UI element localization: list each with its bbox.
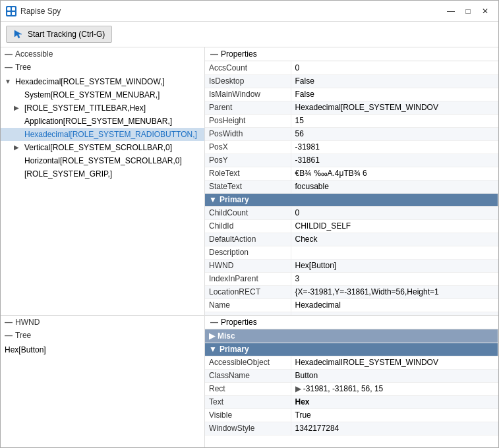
property-value: 15	[291, 114, 498, 127]
property-key: AccsCount	[205, 61, 291, 74]
property-key: ChildId	[205, 219, 291, 233]
main-window: Rapise Spy — □ ✕ Start Tracking (Ctrl-G)…	[0, 0, 499, 448]
row-expander-icon[interactable]: ▶	[295, 384, 303, 393]
svg-rect-0	[7, 7, 11, 11]
tree-item[interactable]: ▶[ROLE_SYSTEM_TITLEBAR,Hex]	[1, 101, 204, 115]
property-value: 3	[291, 272, 498, 285]
table-row[interactable]: TextHex	[205, 395, 498, 408]
table-row[interactable]: VisibleTrue	[205, 408, 498, 422]
table-row[interactable]: ▼Primary	[205, 193, 498, 206]
hwnd-tree-section-label: — Tree	[1, 329, 204, 342]
table-row[interactable]: Description	[205, 246, 498, 259]
tree-item-text: Vertical[ROLE_SYSTEM_SCROLLBAR,0]	[24, 142, 202, 154]
property-value: Hexadecimal	[291, 298, 498, 312]
svg-marker-4	[15, 30, 22, 38]
props-label-top: Properties	[221, 49, 257, 59]
table-row[interactable]: ClassNameButton	[205, 369, 498, 382]
close-button[interactable]: ✕	[477, 5, 493, 18]
property-value: -31861	[291, 154, 498, 167]
table-row[interactable]: PosY-31861	[205, 154, 498, 167]
property-value: €B¾ ‱A.4μΤB¾ 6	[291, 167, 498, 180]
table-row[interactable]: AccessibleObjectHexadecimalIROLE_SYSTEM_…	[205, 356, 498, 369]
collapsed-arrow-icon[interactable]: ▶	[209, 331, 215, 341]
property-value: Hexadecimal[ROLE_SYSTEM_WINDOV	[291, 101, 498, 114]
property-key: Role	[205, 312, 291, 315]
table-row[interactable]: HWNDHex[Button]	[205, 259, 498, 272]
property-key: PosWidth	[205, 127, 291, 140]
props-dash-bottom: —	[210, 318, 218, 327]
tree-item[interactable]: System[ROLE_SYSTEM_MENUBAR,]	[1, 88, 204, 101]
window-title: Rapise Spy	[20, 7, 61, 16]
table-row[interactable]: DefaultActionCheck	[205, 233, 498, 246]
tree-expander[interactable]: ▶	[14, 142, 23, 152]
table-row[interactable]: RoleROLE_SYSTEM_RADIOBUTTON	[205, 312, 498, 315]
tree-item-text: Horizontal[ROLE_SYSTEM_SCROLLBAR,0]	[24, 155, 202, 167]
table-row[interactable]: PosX-31981	[205, 140, 498, 154]
props-label-bottom: Properties	[221, 318, 257, 327]
property-key: RoleText	[205, 167, 291, 180]
table-row[interactable]: IsMainWindowFalse	[205, 88, 498, 101]
property-key: AccessibleObject	[205, 356, 291, 369]
property-key: LocationRECT	[205, 285, 291, 298]
table-row[interactable]: StateTextfocusable	[205, 180, 498, 193]
table-row[interactable]: PosHeight15	[205, 114, 498, 127]
property-key: Text	[205, 395, 291, 408]
table-row[interactable]: ChildIdCHILDID_SELF	[205, 219, 498, 233]
properties-table: ▶Misc▼PrimaryAccessibleObjectHexadecimal…	[205, 329, 498, 435]
expanded-arrow-icon[interactable]: ▼	[209, 195, 217, 204]
bottom-properties-table[interactable]: ▶Misc▼PrimaryAccessibleObjectHexadecimal…	[205, 329, 498, 447]
property-key: ChildCount	[205, 206, 291, 219]
property-key: Rect	[205, 382, 291, 395]
section-header-cell[interactable]: ▶Misc	[205, 329, 498, 343]
property-key: StateText	[205, 180, 291, 193]
property-key: IsMainWindow	[205, 88, 291, 101]
property-key: Parent	[205, 101, 291, 114]
table-row[interactable]: AccsCount0	[205, 61, 498, 74]
property-key: Visible	[205, 408, 291, 422]
tree-item[interactable]: Application[ROLE_SYSTEM_MENUBAR,]	[1, 115, 204, 128]
table-row[interactable]: ▼Primary	[205, 343, 498, 356]
title-bar-left: Rapise Spy	[6, 6, 61, 16]
start-tracking-button[interactable]: Start Tracking (Ctrl-G)	[6, 26, 112, 43]
maximize-button[interactable]: □	[460, 5, 476, 18]
section-header-cell[interactable]: ▼Primary	[205, 343, 498, 356]
accessible-dash: —	[5, 49, 13, 59]
property-value: ▶ -31981, -31861, 56, 15	[291, 382, 498, 395]
accessible-tree[interactable]: ▼Hexadecimal[ROLE_SYSTEM_WINDOW,]System[…	[1, 74, 204, 315]
table-row[interactable]: ParentHexadecimal[ROLE_SYSTEM_WINDOV	[205, 101, 498, 114]
hwnd-tree[interactable]: Hex[Button]	[1, 342, 204, 447]
hwnd-label: HWND	[15, 318, 40, 327]
property-value	[291, 246, 498, 259]
tree-expander[interactable]: ▶	[14, 103, 23, 113]
left-panels: — Accessible — Tree ▼Hexadecimal[ROLE_SY…	[1, 47, 205, 447]
table-row[interactable]: NameHexadecimal	[205, 298, 498, 312]
tree-item[interactable]: [ROLE_SYSTEM_GRIP,]	[1, 167, 204, 181]
bottom-right-properties: — Properties ▶Misc▼PrimaryAccessibleObje…	[205, 316, 498, 447]
top-right-properties: — Properties AccsCount0IsDesktopFalseIsM…	[205, 47, 498, 316]
expanded-arrow-icon[interactable]: ▼	[209, 345, 217, 354]
property-key: IsDesktop	[205, 74, 291, 88]
tree-item[interactable]: Hex[Button]	[1, 343, 204, 356]
tree-item[interactable]: ▼Hexadecimal[ROLE_SYSTEM_WINDOW,]	[1, 75, 204, 88]
hwnd-tree-dash: —	[5, 331, 13, 340]
tree-expander[interactable]: ▼	[5, 76, 14, 86]
table-row[interactable]: ChildCount0	[205, 206, 498, 219]
minimize-button[interactable]: —	[443, 5, 459, 18]
tree-item-text: Hexadecimal[ROLE_SYSTEM_WINDOW,]	[15, 76, 202, 88]
table-row[interactable]: Rect▶ -31981, -31861, 56, 15	[205, 382, 498, 395]
section-header-cell[interactable]: ▼Primary	[205, 193, 498, 206]
hwnd-dash: —	[5, 318, 13, 327]
tree-item[interactable]: Hexadecimal[ROLE_SYSTEM_RADIOBUTTON,]	[1, 128, 204, 141]
property-key: PosY	[205, 154, 291, 167]
table-row[interactable]: LocationRECT{X=-31981,Y=-31861,Width=56,…	[205, 285, 498, 298]
table-row[interactable]: RoleText€B¾ ‱A.4μΤB¾ 6	[205, 167, 498, 180]
property-value: True	[291, 408, 498, 422]
table-row[interactable]: IsDesktopFalse	[205, 74, 498, 88]
tree-item[interactable]: ▶Vertical[ROLE_SYSTEM_SCROLLBAR,0]	[1, 141, 204, 154]
table-row[interactable]: ▶Misc	[205, 329, 498, 343]
table-row[interactable]: PosWidth56	[205, 127, 498, 140]
table-row[interactable]: IndexInParent3	[205, 272, 498, 285]
table-row[interactable]: WindowStyle1342177284	[205, 422, 498, 435]
top-properties-table[interactable]: AccsCount0IsDesktopFalseIsMainWindowFals…	[205, 61, 498, 315]
tree-item[interactable]: Horizontal[ROLE_SYSTEM_SCROLLBAR,0]	[1, 154, 204, 167]
